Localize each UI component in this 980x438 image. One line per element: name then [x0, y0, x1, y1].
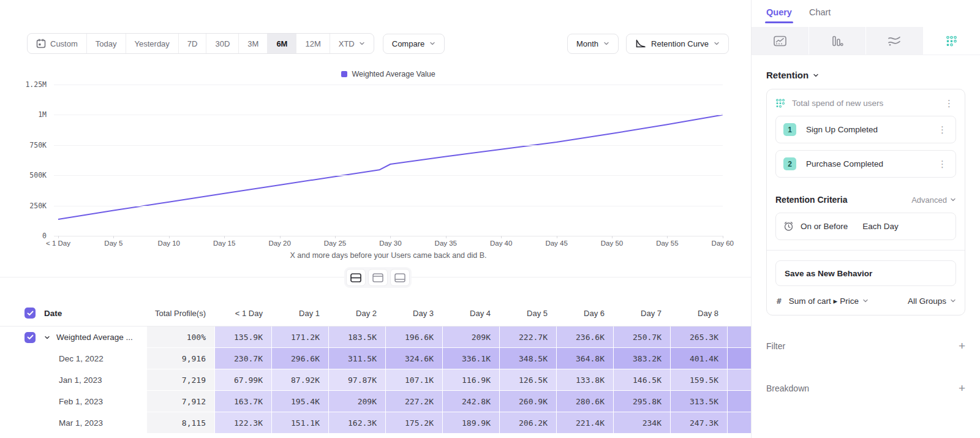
range-custom[interactable]: Custom — [28, 34, 86, 53]
range-yesterday[interactable]: Yesterday — [126, 34, 178, 53]
retention-cell[interactable]: 122.3K — [214, 412, 271, 434]
retention-cell[interactable]: 250.7K — [613, 327, 670, 348]
retention-cell[interactable]: 383.2K — [613, 348, 670, 369]
retention-cell[interactable]: 242.8K — [442, 391, 499, 412]
select-all-checkbox[interactable] — [24, 308, 36, 319]
range-7d[interactable]: 7D — [178, 34, 206, 53]
retention-cell[interactable]: 209K — [328, 391, 385, 412]
range-6m[interactable]: 6M — [267, 34, 296, 53]
kebab-menu-icon[interactable]: ⋮ — [935, 158, 949, 170]
groups-dropdown[interactable]: All Groups — [908, 296, 956, 306]
granularity-button[interactable]: Month — [567, 34, 619, 54]
retention-cell[interactable]: 175.2K — [385, 412, 442, 434]
retention-cell[interactable]: 126.5K — [499, 369, 556, 391]
save-as-new-behavior-button[interactable]: Save as New Behavior — [775, 260, 956, 286]
tab-query[interactable]: Query — [766, 7, 792, 23]
table-row[interactable]: Jan 1, 20237,21967.99K87.92K97.87K107.1K… — [0, 369, 751, 391]
retention-cell[interactable]: 195.4K — [271, 391, 328, 412]
retention-value: 227.2K — [405, 397, 434, 406]
retention-cell[interactable]: 133.8K — [556, 369, 613, 391]
add-breakdown-button[interactable]: + — [959, 382, 965, 394]
split-view-button[interactable] — [346, 269, 366, 286]
retention-cell[interactable]: 163.7K — [214, 391, 271, 412]
retention-cell[interactable]: 135.9K — [214, 327, 271, 348]
kebab-menu-icon[interactable]: ⋮ — [942, 97, 956, 109]
retention-cell[interactable]: 260.9K — [499, 391, 556, 412]
event-step-1[interactable]: 1Sign Up Completed⋮ — [775, 116, 956, 143]
retention-cell[interactable]: 87.92K — [271, 369, 328, 391]
gridline — [54, 206, 723, 206]
retention-cell[interactable]: 189.9K — [442, 412, 499, 434]
retention-cell[interactable]: 324.6K — [385, 348, 442, 369]
retention-cell[interactable]: 146.5K — [613, 369, 670, 391]
range-3m[interactable]: 3M — [238, 34, 267, 53]
insights-line-button[interactable] — [752, 27, 809, 55]
retention-cell[interactable]: 348.5K — [499, 348, 556, 369]
retention-cell[interactable]: 151.1K — [271, 412, 328, 434]
criteria-mode-dropdown[interactable]: Advanced — [911, 195, 956, 205]
retention-cell[interactable]: 247.3K — [670, 412, 727, 434]
retention-value: 135.9K — [234, 333, 263, 342]
compare-button[interactable]: Compare — [383, 34, 445, 54]
range-today[interactable]: Today — [86, 34, 126, 53]
retention-value: 280.6K — [576, 397, 605, 406]
retention-cell[interactable]: 230.7K — [214, 348, 271, 369]
chevron-down-icon[interactable] — [44, 334, 50, 341]
retention-cell[interactable]: 171.2K — [271, 327, 328, 348]
row-checkbox[interactable] — [24, 332, 36, 343]
retention-cell[interactable]: 313.5K — [670, 391, 727, 412]
retention-cell[interactable]: 295.8K — [613, 391, 670, 412]
retention-value: 222.7K — [519, 333, 548, 342]
retention-cell[interactable]: 67.99K — [214, 369, 271, 391]
retention-grid-button[interactable] — [923, 27, 980, 55]
retention-value: 116.9K — [462, 376, 491, 385]
retention-cell[interactable]: 97.87K — [328, 369, 385, 391]
retention-cell[interactable]: 116.9K — [442, 369, 499, 391]
retention-cell[interactable]: 206.2K — [499, 412, 556, 434]
retention-cell[interactable]: 209K — [442, 327, 499, 348]
range-xtd[interactable]: XTD — [330, 34, 374, 53]
flows-button[interactable] — [865, 27, 923, 55]
table-row[interactable]: Feb 1, 20237,912163.7K195.4K209K227.2K24… — [0, 391, 751, 412]
event-step-2[interactable]: 2Purchase Completed⋮ — [775, 150, 956, 178]
bar-chart-button[interactable] — [809, 27, 866, 55]
retention-cell[interactable]: 401.4K — [670, 348, 727, 369]
retention-cell[interactable]: 234K — [613, 412, 670, 434]
retention-cell[interactable]: 227.2K — [385, 391, 442, 412]
retention-line-chart[interactable] — [54, 85, 723, 236]
retention-cell[interactable]: 162.3K — [328, 412, 385, 434]
range-30d[interactable]: 30D — [206, 34, 238, 53]
table-only-view-button[interactable] — [390, 269, 410, 286]
retention-cell[interactable]: 311.5K — [328, 348, 385, 369]
criteria-condition[interactable]: On or Before — [801, 222, 848, 231]
report-type-heading[interactable]: Retention — [766, 70, 965, 80]
retention-cell[interactable]: 183.5K — [328, 327, 385, 348]
criteria-box[interactable]: On or Before Each Day — [775, 213, 956, 240]
retention-cell[interactable]: 107.1K — [385, 369, 442, 391]
range-12m[interactable]: 12M — [296, 34, 329, 53]
retention-cell[interactable]: 159.5K — [670, 369, 727, 391]
chart-only-view-button[interactable] — [368, 269, 388, 286]
add-filter-button[interactable]: + — [959, 340, 965, 352]
retention-cell[interactable]: 296.6K — [271, 348, 328, 369]
table-row[interactable]: Dec 1, 20229,916230.7K296.6K311.5K324.6K… — [0, 348, 751, 369]
retention-cell[interactable]: 364.8K — [556, 348, 613, 369]
tab-chart[interactable]: Chart — [809, 7, 831, 23]
numeric-property-icon: # — [777, 296, 782, 306]
measure-dropdown[interactable]: Sum of cart ▸ Price — [789, 296, 908, 306]
table-row[interactable]: Mar 1, 20238,115122.3K151.1K162.3K175.2K… — [0, 412, 751, 434]
table-row[interactable]: Weighted Average ...100%135.9K171.2K183.… — [0, 327, 751, 348]
retention-value: 195.4K — [291, 397, 320, 406]
retention-cell[interactable]: 196.6K — [385, 327, 442, 348]
chart-type-button[interactable]: Retention Curve — [626, 34, 729, 54]
retention-cell[interactable]: 336.1K — [442, 348, 499, 369]
retention-cell[interactable]: 222.7K — [499, 327, 556, 348]
criteria-unit[interactable]: Each Day — [862, 222, 899, 231]
kebab-menu-icon[interactable]: ⋮ — [935, 124, 949, 135]
retention-cell[interactable]: 236.6K — [556, 327, 613, 348]
retention-cell[interactable]: 221.4K — [556, 412, 613, 434]
behavior-title[interactable]: Total spend of new users — [792, 99, 942, 108]
retention-cell[interactable]: 265.3K — [670, 327, 727, 348]
x-tick-mark — [169, 236, 170, 238]
retention-cell[interactable]: 280.6K — [556, 391, 613, 412]
